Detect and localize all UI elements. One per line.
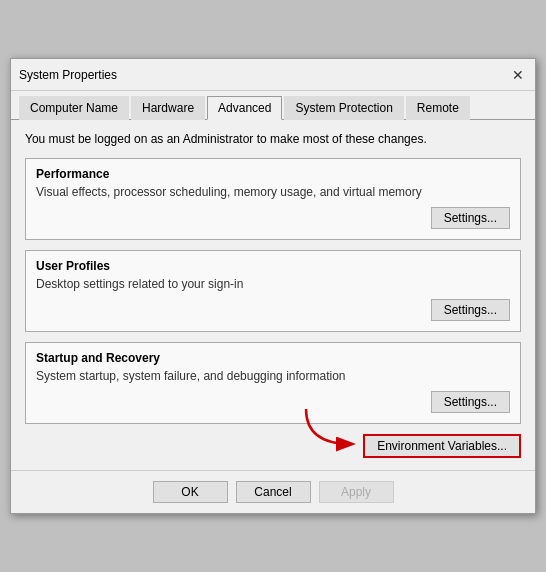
env-variables-row: Environment Variables... — [25, 434, 521, 458]
tab-computer-name[interactable]: Computer Name — [19, 96, 129, 120]
startup-recovery-section: Startup and Recovery System startup, sys… — [25, 342, 521, 424]
cancel-button[interactable]: Cancel — [236, 481, 311, 503]
title-bar: System Properties ✕ — [11, 59, 535, 91]
tab-hardware[interactable]: Hardware — [131, 96, 205, 120]
performance-desc: Visual effects, processor scheduling, me… — [36, 185, 510, 199]
window-title: System Properties — [19, 68, 117, 82]
tab-system-protection[interactable]: System Protection — [284, 96, 403, 120]
admin-info-text: You must be logged on as an Administrato… — [25, 132, 521, 146]
arrow-icon — [296, 404, 376, 454]
tab-bar: Computer Name Hardware Advanced System P… — [11, 91, 535, 120]
environment-variables-button[interactable]: Environment Variables... — [363, 434, 521, 458]
tab-content: You must be logged on as an Administrato… — [11, 120, 535, 470]
performance-section: Performance Visual effects, processor sc… — [25, 158, 521, 240]
close-button[interactable]: ✕ — [509, 66, 527, 84]
tab-advanced[interactable]: Advanced — [207, 96, 282, 120]
performance-title: Performance — [36, 167, 510, 181]
footer-buttons: OK Cancel Apply — [11, 470, 535, 513]
user-profiles-settings-button[interactable]: Settings... — [431, 299, 510, 321]
startup-settings-button[interactable]: Settings... — [431, 391, 510, 413]
startup-recovery-desc: System startup, system failure, and debu… — [36, 369, 510, 383]
user-profiles-desc: Desktop settings related to your sign-in — [36, 277, 510, 291]
user-profiles-title: User Profiles — [36, 259, 510, 273]
startup-recovery-title: Startup and Recovery — [36, 351, 510, 365]
ok-button[interactable]: OK — [153, 481, 228, 503]
apply-button[interactable]: Apply — [319, 481, 394, 503]
system-properties-window: System Properties ✕ Computer Name Hardwa… — [10, 58, 536, 514]
user-profiles-section: User Profiles Desktop settings related t… — [25, 250, 521, 332]
tab-remote[interactable]: Remote — [406, 96, 470, 120]
performance-settings-button[interactable]: Settings... — [431, 207, 510, 229]
